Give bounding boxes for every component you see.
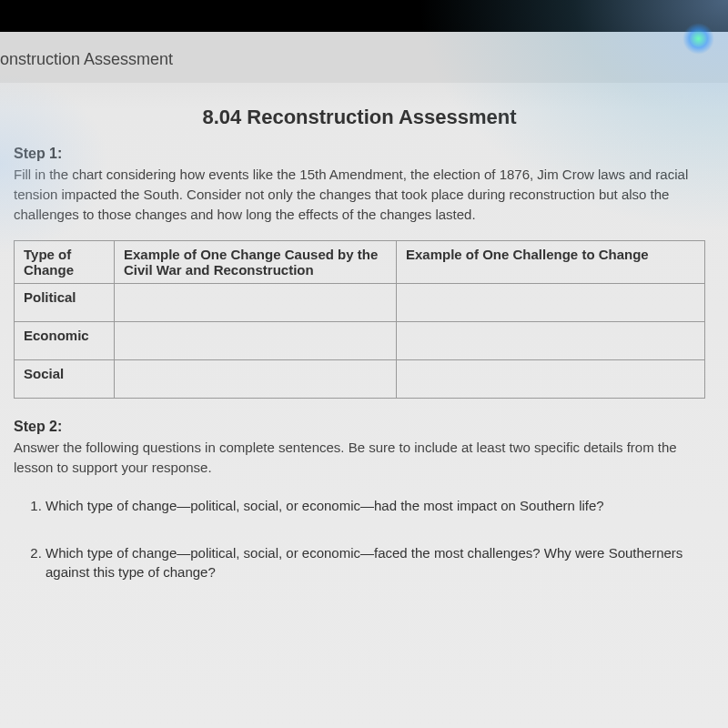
question-list: Which type of change—political, social, … xyxy=(14,496,705,582)
step1-heading: Step 1: xyxy=(14,146,705,162)
device-top-bar xyxy=(0,0,728,32)
document-page: onstruction Assessment 8.04 Reconstructi… xyxy=(0,0,728,728)
question-1: Which type of change—political, social, … xyxy=(46,496,705,516)
header-example: Example of One Change Caused by the Civi… xyxy=(115,241,397,284)
row-social-example[interactable] xyxy=(115,360,397,399)
change-table: Type of Change Example of One Change Cau… xyxy=(14,240,705,399)
row-political-example[interactable] xyxy=(115,284,397,322)
page-header-title: onstruction Assessment xyxy=(0,50,728,69)
row-economic-challenge[interactable] xyxy=(397,322,705,360)
question-2: Which type of change—political, social, … xyxy=(46,543,705,583)
row-political-label: Political xyxy=(15,284,115,322)
header-type: Type of Change xyxy=(15,241,115,284)
row-social-challenge[interactable] xyxy=(397,360,705,399)
document-content: 8.04 Reconstruction Assessment Step 1: F… xyxy=(0,83,728,628)
header-area: onstruction Assessment xyxy=(0,32,728,83)
row-social-label: Social xyxy=(15,360,115,399)
step2-heading: Step 2: xyxy=(14,419,705,435)
table-row: Social xyxy=(15,360,705,399)
step2-instructions: Answer the following questions in comple… xyxy=(14,438,705,478)
row-political-challenge[interactable] xyxy=(397,284,705,322)
row-economic-label: Economic xyxy=(15,322,115,360)
header-challenge: Example of One Challenge to Change xyxy=(397,241,705,284)
table-header-row: Type of Change Example of One Change Cau… xyxy=(15,241,705,284)
document-title: 8.04 Reconstruction Assessment xyxy=(14,106,705,129)
lens-flare-icon xyxy=(682,23,714,55)
row-economic-example[interactable] xyxy=(115,322,397,360)
table-row: Economic xyxy=(15,322,705,360)
step1-instructions: Fill in the chart considering how events… xyxy=(14,165,705,224)
table-row: Political xyxy=(15,284,705,322)
